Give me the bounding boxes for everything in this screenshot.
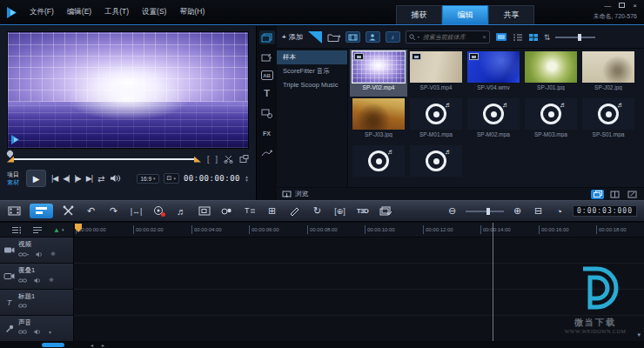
instant-project-category-icon[interactable] xyxy=(259,50,275,64)
preview-timecode[interactable]: 00:00:00:00 xyxy=(184,174,240,183)
media-item[interactable]: ♬ xyxy=(350,144,407,187)
folder-sample[interactable]: 样本 xyxy=(277,50,347,64)
filter-videos-button[interactable] xyxy=(345,31,360,43)
smart-pack-icon[interactable] xyxy=(378,204,392,218)
menu-help[interactable]: 帮助(H) xyxy=(179,7,205,17)
track-volume-icon[interactable] xyxy=(34,278,42,284)
home-button[interactable]: |◀ xyxy=(51,174,57,183)
menu-tools[interactable]: 工具(T) xyxy=(104,7,129,17)
collapse-track-chevron-icon[interactable]: ▾ xyxy=(49,329,51,335)
large-thumbnail-view-button[interactable] xyxy=(495,32,507,42)
motion-path-category-icon[interactable] xyxy=(259,146,275,160)
pin-library-panel-button[interactable] xyxy=(308,31,322,44)
close-button[interactable]: × xyxy=(633,2,637,10)
library-panel-toggle-icon[interactable] xyxy=(591,190,604,199)
clear-search-icon[interactable]: × xyxy=(483,34,486,40)
link-icon[interactable]: ▾ xyxy=(18,251,29,258)
title-track-header[interactable]: T 标题1 xyxy=(0,290,73,316)
mask-creator-icon[interactable] xyxy=(287,204,302,218)
previous-frame-button[interactable]: ◀| xyxy=(63,174,69,183)
scroll-left-arrow-icon[interactable]: ◂ xyxy=(91,342,93,348)
filter-audio-button[interactable]: ♪ xyxy=(386,31,400,43)
grid-view-button[interactable] xyxy=(528,33,539,42)
zoom-in-icon[interactable]: ⊕ xyxy=(510,204,525,218)
trim-handle-right[interactable] xyxy=(194,157,201,163)
overlay-track-header[interactable]: 覆叠1 ※ xyxy=(0,264,73,290)
menu-file[interactable]: 文件(F) xyxy=(30,7,54,17)
sound-mixer-icon[interactable]: ♬ xyxy=(174,204,189,218)
browse-button[interactable]: 浏览 xyxy=(282,190,308,198)
title-category-icon[interactable]: T xyxy=(259,86,275,100)
split-clip-scissors-icon[interactable] xyxy=(224,155,233,164)
add-track-dropdown[interactable]: ▲▾ xyxy=(53,226,64,234)
scroll-down-chevron-icon[interactable]: ▾ xyxy=(637,331,641,338)
timeline-view-icon[interactable] xyxy=(30,204,53,218)
link-icon[interactable] xyxy=(18,329,27,335)
minimize-button[interactable]: — xyxy=(604,2,611,10)
zoom-out-icon[interactable]: ⊖ xyxy=(445,204,460,218)
fit-timeline-window-icon[interactable]: ⊟ xyxy=(531,204,546,218)
media-item[interactable]: SP-V02.mp4 xyxy=(350,50,407,97)
undo-icon[interactable]: ↶ xyxy=(84,204,98,218)
tab-edit[interactable]: 编辑 xyxy=(442,5,488,24)
track-volume-icon[interactable] xyxy=(34,329,42,335)
overlay-track-lane[interactable] xyxy=(74,264,644,290)
list-view-button[interactable] xyxy=(513,33,523,42)
next-frame-button[interactable]: |▶ xyxy=(75,174,81,183)
tab-capture[interactable]: 捕获 xyxy=(396,5,442,24)
thumbnail-size-slider[interactable] xyxy=(555,33,595,42)
media-item[interactable]: ♬ SP-M02.mpa xyxy=(465,97,522,144)
aspect-ratio-dropdown[interactable]: 16:9▾ xyxy=(137,174,158,184)
folder-triple-scoop[interactable]: Triple Scoop Music xyxy=(277,78,347,91)
ripple-edit-icon[interactable]: ※ xyxy=(50,251,56,258)
ripple-edit-icon[interactable]: ※ xyxy=(49,277,54,284)
timeline-zoom-slider[interactable] xyxy=(466,207,504,216)
add-folder-button[interactable]: +添加 xyxy=(282,32,303,42)
scroll-right-arrow-icon[interactable]: ▸ xyxy=(102,342,104,348)
play-button[interactable]: ▶ xyxy=(26,170,46,187)
record-capture-icon[interactable] xyxy=(151,204,166,218)
options-panel-toggle-icon[interactable] xyxy=(608,190,621,199)
project-mode-toggle[interactable]: 项目 xyxy=(7,171,19,178)
video-track-header[interactable]: 视频 ▾ ※ xyxy=(0,238,73,264)
link-icon[interactable] xyxy=(18,303,27,309)
menu-settings[interactable]: 设置(S) xyxy=(142,7,166,17)
media-item[interactable]: SP-V04.wmv xyxy=(465,50,522,97)
subtitle-editor-icon[interactable]: T xyxy=(242,204,257,218)
enlarge-preview-icon[interactable] xyxy=(239,155,249,164)
track-list-icon[interactable] xyxy=(32,226,43,234)
timeline-ruler[interactable]: 00:00:00:00 00:00:02:00 00:00:04:00 00:0… xyxy=(74,223,644,238)
graphic-category-icon[interactable] xyxy=(259,106,275,120)
storyboard-view-icon[interactable] xyxy=(7,204,22,218)
project-duration[interactable]: 0:00:03:000 xyxy=(573,205,637,217)
filter-photos-button[interactable] xyxy=(366,31,380,43)
media-item[interactable]: ♬ SP-S01.mpa xyxy=(580,97,637,144)
media-item[interactable]: ♬ xyxy=(407,144,465,187)
timeline-scroll-thumb[interactable] xyxy=(42,343,64,347)
duration-clock-icon[interactable]: ◔ xyxy=(552,204,567,218)
tab-share[interactable]: 共享 xyxy=(488,5,534,24)
library-search-input[interactable] xyxy=(421,33,481,41)
restore-button[interactable] xyxy=(619,3,625,8)
menu-edit[interactable]: 编辑(E) xyxy=(67,7,91,17)
media-item[interactable]: SP-J02.jpg xyxy=(580,50,637,97)
folder-scorefitter[interactable]: ScoreFitter 音乐 xyxy=(277,64,347,78)
painting-creator-icon[interactable] xyxy=(219,204,234,218)
transition-category-icon[interactable]: AB xyxy=(261,70,273,80)
media-item[interactable]: SP-V03.mp4 xyxy=(407,50,465,97)
preview-scrubber[interactable] xyxy=(7,154,201,164)
end-button[interactable]: ▶| xyxy=(86,174,92,183)
track-manager-icon[interactable] xyxy=(11,226,22,234)
timecode-spinner[interactable]: ▲▼ xyxy=(245,175,249,182)
track-volume-icon[interactable] xyxy=(36,251,44,258)
video-track-lane[interactable] xyxy=(74,238,644,264)
video-360-icon[interactable]: ↻ xyxy=(310,204,325,218)
clip-mode-toggle[interactable]: 素材 xyxy=(7,178,19,186)
title-track-lane[interactable] xyxy=(74,290,644,316)
edit-panel-toggle-icon[interactable] xyxy=(626,190,639,199)
media-item[interactable]: SP-J01.jpg xyxy=(522,50,580,97)
filter-category-icon[interactable]: FX xyxy=(259,126,275,140)
mark-in-button[interactable]: [ xyxy=(207,155,210,164)
sort-button[interactable]: ⇅ xyxy=(544,33,551,42)
mark-out-button[interactable]: ] xyxy=(215,155,218,164)
